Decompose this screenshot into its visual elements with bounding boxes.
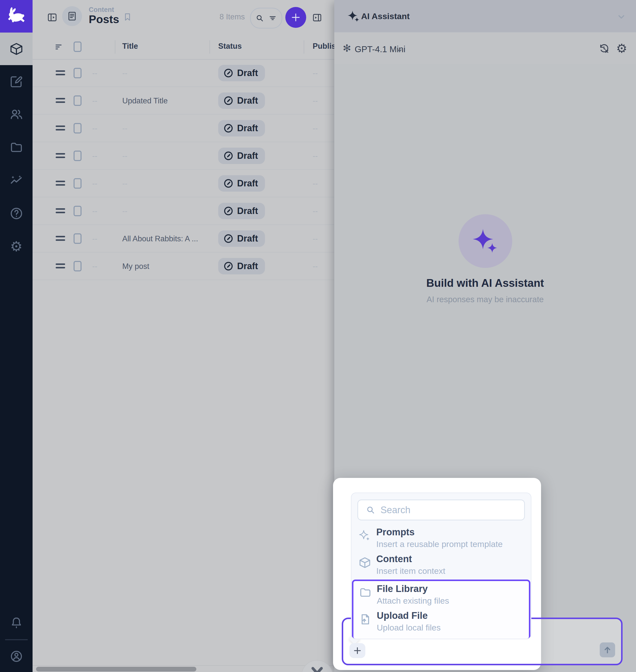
ai-empty-note: AI responses may be inaccurate bbox=[334, 295, 636, 304]
table-row[interactable]: -- Updated Title Draft -- bbox=[33, 87, 334, 115]
draft-pencil-icon bbox=[223, 68, 234, 78]
table-row[interactable]: -- -- Draft -- bbox=[33, 59, 334, 87]
right-panel-toggle-button[interactable] bbox=[312, 13, 322, 23]
drag-handle-icon[interactable] bbox=[56, 263, 65, 269]
cell-title: -- bbox=[122, 152, 127, 161]
drag-handle-icon[interactable] bbox=[56, 181, 65, 186]
drag-handle-icon[interactable] bbox=[56, 70, 65, 76]
user-circle-icon bbox=[9, 649, 23, 663]
bookmark-icon[interactable] bbox=[122, 12, 133, 22]
menu-list: Prompts Insert a reusable prompt templat… bbox=[352, 526, 531, 639]
sidebar-item-editor[interactable] bbox=[0, 65, 33, 98]
row-checkbox[interactable] bbox=[74, 206, 81, 216]
status-label: Draft bbox=[237, 261, 258, 271]
module-bar: ⚙ bbox=[0, 0, 33, 672]
table-header: Title Status Publish bbox=[33, 35, 334, 60]
ai-settings-button[interactable]: ⚙ bbox=[616, 43, 627, 54]
cell-thumbnail: -- bbox=[92, 152, 97, 161]
drag-handle-icon[interactable] bbox=[56, 236, 65, 241]
draft-pencil-icon bbox=[223, 233, 234, 244]
select-all-checkbox[interactable] bbox=[74, 41, 81, 52]
sidebar-item-settings[interactable]: ⚙ bbox=[0, 230, 33, 263]
menu-item-file-library[interactable]: File Library Attach existing files bbox=[353, 582, 529, 609]
sidebar-item-notifications[interactable] bbox=[0, 606, 33, 639]
compose-icon bbox=[9, 75, 23, 88]
sidebar-item-users[interactable] bbox=[0, 98, 33, 131]
cell-publish: -- bbox=[313, 207, 318, 216]
collapse-sidebar-button[interactable] bbox=[47, 12, 58, 23]
sidebar-item-files[interactable] bbox=[0, 131, 33, 163]
horizontal-scrollbar[interactable] bbox=[36, 667, 196, 672]
sort-icon[interactable] bbox=[55, 42, 64, 52]
sidebar-item-help[interactable] bbox=[0, 197, 33, 230]
add-item-button[interactable] bbox=[285, 7, 306, 28]
cell-thumbnail: -- bbox=[92, 262, 97, 271]
rabbit-logo-icon bbox=[6, 6, 27, 27]
model-chevron-icon[interactable] bbox=[396, 47, 403, 54]
table-row[interactable]: -- All About Rabbits: A ... Draft -- bbox=[33, 225, 334, 253]
menu-item-content[interactable]: Content Insert item context bbox=[352, 553, 531, 579]
breadcrumb[interactable]: Content bbox=[89, 6, 114, 14]
sidebar-item-content[interactable] bbox=[0, 33, 33, 65]
sparkle-icon bbox=[358, 529, 371, 542]
drag-handle-icon[interactable] bbox=[56, 153, 65, 159]
row-checkbox[interactable] bbox=[74, 178, 81, 189]
row-checkbox[interactable] bbox=[74, 261, 81, 271]
status-badge: Draft bbox=[218, 258, 265, 274]
menu-item-description: Insert a reusable prompt template bbox=[376, 539, 502, 549]
cell-thumbnail: -- bbox=[92, 96, 97, 105]
document-icon bbox=[66, 11, 78, 22]
cell-publish: -- bbox=[313, 96, 318, 105]
clear-history-button[interactable] bbox=[598, 43, 610, 54]
table-row[interactable]: -- -- Draft -- bbox=[33, 142, 334, 170]
column-header-publish[interactable]: Publish bbox=[313, 42, 334, 51]
column-header-title[interactable]: Title bbox=[122, 42, 138, 51]
cell-thumbnail: -- bbox=[92, 179, 97, 188]
menu-search-box[interactable] bbox=[357, 499, 525, 520]
folder-icon bbox=[359, 586, 372, 599]
send-button[interactable] bbox=[600, 643, 615, 657]
cube-icon bbox=[358, 556, 371, 569]
attach-button[interactable] bbox=[350, 643, 365, 658]
search-filter-pill[interactable] bbox=[250, 8, 282, 28]
menu-item-description: Attach existing files bbox=[377, 596, 449, 606]
column-header-status[interactable]: Status bbox=[218, 42, 242, 51]
collection-icon-button[interactable] bbox=[62, 6, 82, 26]
menu-item-label: Content bbox=[376, 554, 412, 565]
ai-toolbar: ✻ GPT-4.1 Mini ⚙ bbox=[334, 32, 636, 64]
row-checkbox[interactable] bbox=[74, 151, 81, 161]
insights-icon bbox=[9, 173, 24, 187]
drag-handle-icon[interactable] bbox=[56, 125, 65, 131]
menu-item-description: Upload local files bbox=[377, 623, 441, 632]
table-row[interactable]: -- -- Draft -- bbox=[33, 197, 334, 225]
cell-publish: -- bbox=[313, 262, 318, 271]
draft-pencil-icon bbox=[223, 178, 234, 189]
menu-item-upload-file[interactable]: Upload File Upload local files bbox=[353, 609, 529, 636]
menu-item-prompts[interactable]: Prompts Insert a reusable prompt templat… bbox=[352, 526, 531, 553]
sidebar-item-insights[interactable] bbox=[0, 164, 33, 197]
logo[interactable] bbox=[0, 0, 33, 33]
menu-search-input[interactable] bbox=[380, 505, 524, 516]
row-checkbox[interactable] bbox=[74, 68, 81, 78]
status-label: Draft bbox=[237, 68, 258, 78]
cell-publish: -- bbox=[313, 124, 318, 133]
row-checkbox[interactable] bbox=[74, 123, 81, 134]
status-badge: Draft bbox=[218, 65, 265, 81]
drag-handle-icon[interactable] bbox=[56, 98, 65, 103]
status-badge: Draft bbox=[218, 147, 265, 164]
chevron-down-icon[interactable] bbox=[616, 11, 627, 22]
status-badge: Draft bbox=[218, 93, 265, 109]
draft-pencil-icon bbox=[223, 261, 234, 271]
help-icon bbox=[9, 206, 24, 221]
plus-icon bbox=[353, 646, 362, 656]
table-row[interactable]: -- -- Draft -- bbox=[33, 170, 334, 197]
table-body: -- -- Draft -- -- Updated Title bbox=[33, 59, 334, 280]
table-row[interactable]: -- My post Draft -- bbox=[33, 253, 334, 280]
sidebar-item-account[interactable] bbox=[0, 640, 33, 672]
row-checkbox[interactable] bbox=[74, 233, 81, 244]
drag-handle-icon[interactable] bbox=[56, 208, 65, 214]
table-row[interactable]: -- -- Draft -- bbox=[33, 115, 334, 142]
row-checkbox[interactable] bbox=[74, 95, 81, 106]
cell-publish: -- bbox=[313, 234, 318, 243]
page-title: Posts bbox=[89, 13, 119, 26]
